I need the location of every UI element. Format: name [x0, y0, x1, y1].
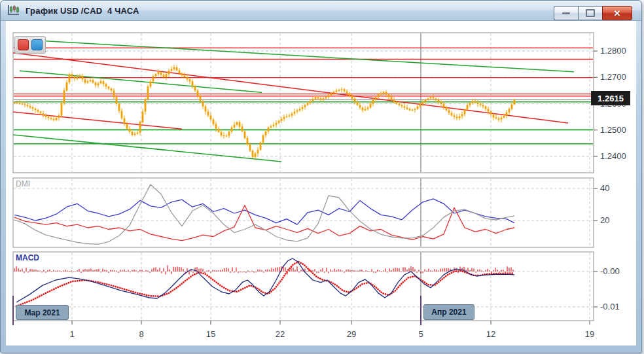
- red-marker-button[interactable]: [18, 39, 29, 50]
- y-axis-label: -0.01: [600, 302, 620, 311]
- month-label: Мар 2021: [16, 305, 69, 320]
- main-panel[interactable]: [13, 33, 594, 173]
- y-axis-label: 1.2500: [600, 125, 626, 135]
- x-axis-label: 19: [585, 329, 594, 339]
- dmi-indicator-label: DMI: [16, 179, 30, 188]
- y-axis-label: 1.2700: [600, 72, 626, 82]
- x-axis-label: 5: [418, 329, 423, 339]
- blue-marker-button[interactable]: [31, 39, 43, 50]
- x-axis-label: 8: [139, 329, 143, 339]
- application-window: График USD /CAD 4 ЧАСА ✕ DMI MACD 1.2615…: [0, 0, 644, 354]
- y-axis-label: 20: [600, 215, 609, 225]
- y-axis-label: -0.00: [600, 266, 620, 276]
- x-axis-label: 15: [206, 329, 215, 339]
- y-axis-label: 40: [600, 183, 609, 193]
- y-axis-label: 1.2800: [600, 46, 626, 56]
- chart-plot[interactable]: [0, 0, 644, 354]
- x-axis-label: 22: [276, 329, 285, 339]
- x-axis-label: 29: [347, 329, 356, 339]
- chart-toolbar: [14, 36, 46, 54]
- y-axis-label: 1.2400: [600, 151, 626, 161]
- x-axis-label: 1: [69, 329, 74, 339]
- macd-panel[interactable]: [13, 252, 594, 321]
- current-price-box: 1.2615: [591, 91, 630, 105]
- month-label: Апр 2021: [423, 304, 474, 320]
- macd-indicator-label: MACD: [16, 253, 39, 262]
- x-axis-label: 12: [486, 329, 495, 339]
